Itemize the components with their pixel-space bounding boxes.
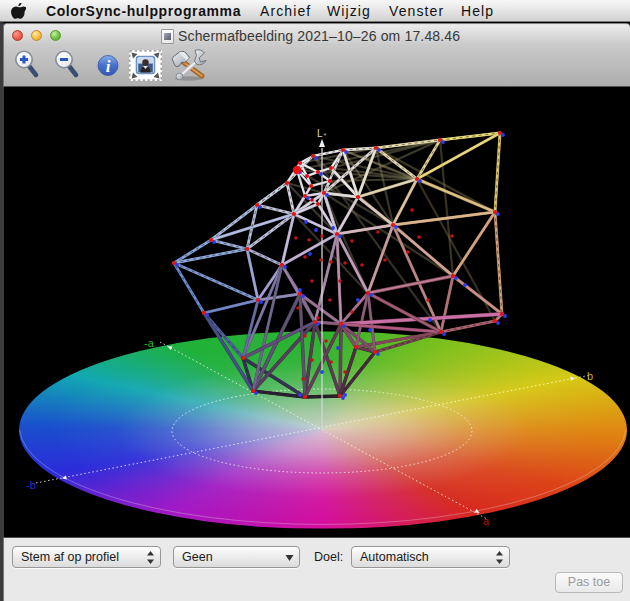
- svg-text:L: L: [317, 128, 323, 139]
- svg-text:b: b: [587, 370, 593, 382]
- svg-text:*: *: [324, 132, 327, 139]
- svg-text:a: a: [483, 515, 490, 527]
- svg-text:-a: -a: [144, 337, 155, 349]
- svg-text:-b: -b: [26, 479, 36, 491]
